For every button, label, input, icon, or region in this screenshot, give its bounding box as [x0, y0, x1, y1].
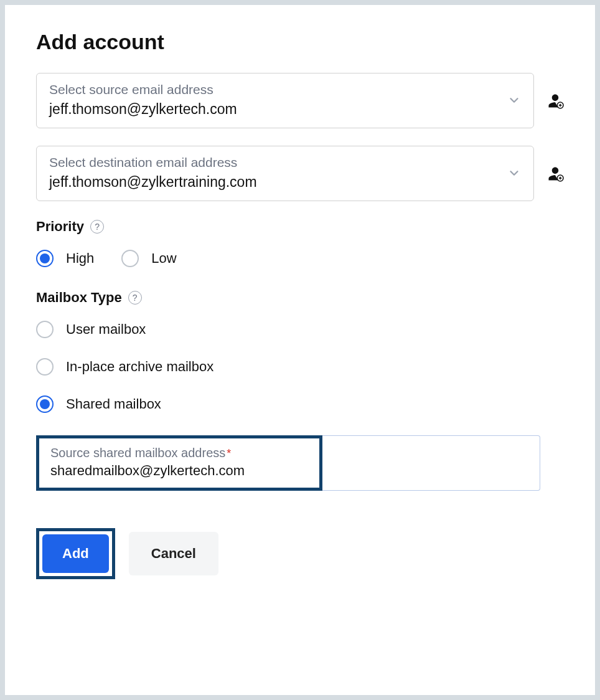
- add-button-highlight: Add: [36, 528, 115, 579]
- mailbox-user-label: User mailbox: [66, 321, 146, 338]
- mailbox-user-radio[interactable]: User mailbox: [36, 321, 564, 338]
- help-icon[interactable]: ?: [128, 291, 142, 305]
- priority-label: Priority ?: [36, 219, 564, 235]
- radio-circle: [36, 358, 54, 376]
- add-button[interactable]: Add: [42, 534, 109, 573]
- priority-radio-group: High Low: [36, 250, 564, 267]
- add-account-form: Add account Select source email address …: [5, 5, 595, 695]
- page-title: Add account: [36, 30, 564, 54]
- source-email-label: Select source email address: [49, 82, 237, 97]
- mailbox-archive-radio[interactable]: In-place archive mailbox: [36, 358, 564, 376]
- radio-circle: [36, 321, 54, 338]
- destination-email-value: jeff.thomson@zylkertraining.com: [49, 174, 257, 191]
- add-user-icon[interactable]: [546, 92, 564, 110]
- mailbox-shared-radio[interactable]: Shared mailbox: [36, 395, 564, 413]
- shared-mailbox-highlight: Source shared mailbox address* sharedmai…: [36, 435, 322, 491]
- shared-mailbox-label: Source shared mailbox address*: [50, 446, 308, 460]
- mailbox-shared-label: Shared mailbox: [66, 396, 161, 412]
- cancel-button[interactable]: Cancel: [129, 532, 218, 575]
- shared-mailbox-input-row: Source shared mailbox address* sharedmai…: [36, 435, 564, 491]
- add-user-icon[interactable]: [546, 165, 564, 182]
- destination-email-label: Select destination email address: [49, 155, 257, 170]
- mailbox-type-label-text: Mailbox Type: [36, 290, 122, 306]
- button-row: Add Cancel: [36, 528, 564, 579]
- help-icon[interactable]: ?: [90, 220, 104, 234]
- shared-mailbox-input[interactable]: Source shared mailbox address* sharedmai…: [39, 438, 319, 488]
- mailbox-type-label: Mailbox Type ?: [36, 290, 564, 306]
- required-asterisk: *: [227, 447, 231, 460]
- shared-mailbox-label-text: Source shared mailbox address: [50, 446, 225, 460]
- radio-circle: [36, 395, 54, 413]
- mailbox-archive-label: In-place archive mailbox: [66, 359, 213, 375]
- priority-high-radio[interactable]: High: [36, 250, 94, 267]
- source-email-value: jeff.thomson@zylkertech.com: [49, 101, 237, 118]
- radio-circle: [36, 250, 54, 267]
- mailbox-type-radio-group: User mailbox In-place archive mailbox Sh…: [36, 321, 564, 413]
- shared-mailbox-value: sharedmailbox@zylkertech.com: [50, 463, 308, 479]
- priority-label-text: Priority: [36, 219, 84, 235]
- chevron-down-icon: [507, 166, 521, 180]
- priority-low-label: Low: [151, 250, 176, 267]
- priority-high-label: High: [66, 250, 94, 267]
- priority-low-radio[interactable]: Low: [121, 250, 176, 267]
- destination-email-select[interactable]: Select destination email address jeff.th…: [36, 146, 534, 201]
- chevron-down-icon: [507, 93, 521, 107]
- destination-email-row: Select destination email address jeff.th…: [36, 146, 564, 201]
- radio-circle: [121, 250, 139, 267]
- source-email-row: Select source email address jeff.thomson…: [36, 73, 564, 128]
- source-email-select[interactable]: Select source email address jeff.thomson…: [36, 73, 534, 128]
- shared-mailbox-input-extension[interactable]: [322, 435, 540, 491]
